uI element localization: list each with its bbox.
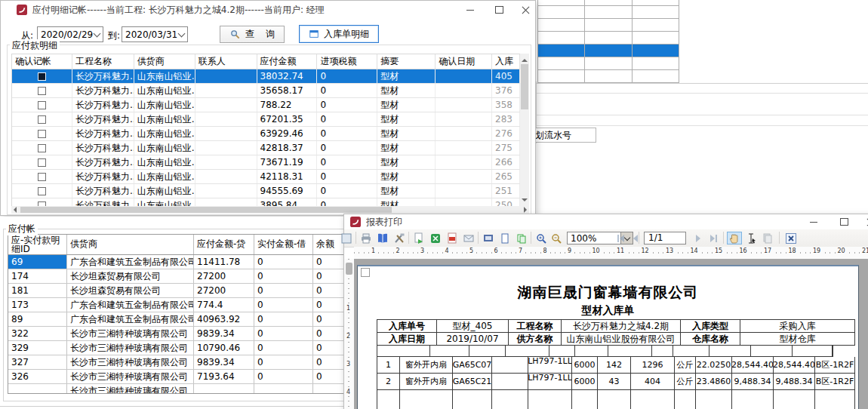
maximize-button[interactable] (833, 215, 854, 229)
last-page-icon[interactable] (706, 232, 719, 244)
minimize-button[interactable] (803, 215, 824, 229)
cell-id (8, 384, 67, 393)
preview-area[interactable]: 湖南巨晟门窗幕墙有限公司 型材入库单 入库单号型材_405 工程名称长沙万科魅力… (354, 259, 868, 409)
payables-row[interactable]: 326 长沙市三湘特种玻璃有限公司 7193.64 0 0 (8, 370, 362, 384)
single-page-icon[interactable] (498, 232, 511, 244)
copy-icon[interactable] (761, 232, 774, 244)
scroll-down-arrow[interactable] (522, 198, 528, 204)
report-column-header (608, 346, 652, 357)
payables-row[interactable]: 327 长沙市三湘特种玻璃有限公司 9839.34 0 0 (8, 355, 362, 370)
close-button[interactable] (516, 3, 537, 17)
cell-project: 长沙万科魅力... (72, 198, 134, 206)
cell-payable: 7193.64 (194, 370, 254, 383)
background-column-header (633, 0, 679, 6)
cell-paid: 0 (254, 370, 313, 383)
payable-detail-row[interactable]: 长沙万科魅力... 山东南山铝业... 3895.84 0 型材 250 (12, 198, 520, 206)
zoom-in-icon[interactable] (534, 232, 547, 244)
zoom-level-value: 100% (568, 233, 620, 244)
cell-summary: 型材 (377, 84, 436, 97)
scroll-up-arrow[interactable] (522, 56, 528, 62)
payable-detail-row[interactable]: 长沙万科魅力... 山东南山铝业... 42818.37 0 型材 275 (12, 141, 520, 155)
confirm-checkbox[interactable] (38, 144, 46, 152)
cell-project: 长沙万科魅力... (72, 141, 134, 155)
pdf-export-icon[interactable] (445, 232, 458, 244)
hand-tool-icon[interactable] (727, 232, 742, 244)
report-print-window: 报表打印 100% (343, 214, 868, 409)
excel-export-icon[interactable] (429, 232, 442, 244)
col-inbound: 入库 (492, 54, 520, 69)
print-icon[interactable] (359, 232, 372, 244)
cell-tax: 0 (317, 69, 377, 83)
payables-row[interactable]: 174 长沙坦森贸易有限公司 27200 0 0 (8, 269, 362, 284)
print-setup-icon[interactable] (482, 232, 494, 244)
maximize-button[interactable] (488, 3, 509, 17)
cell-project: 长沙万科魅力... (72, 112, 134, 126)
scroll-left-arrow[interactable] (11, 207, 17, 213)
app-icon (17, 5, 27, 15)
first-page-icon[interactable] (614, 232, 627, 244)
text-select-icon[interactable] (744, 232, 757, 244)
payable-detail-row[interactable]: 长沙万科魅力... 山东南山铝业... 42118.31 0 型材 265 (12, 170, 520, 184)
payables-row[interactable]: 69 广东合和建筑五金制品有限公司 11411.78 0 0 (8, 255, 362, 269)
vertical-ruler: 12345 (344, 259, 355, 409)
doc-properties-icon[interactable] (340, 232, 352, 244)
payables-row[interactable]: 329 长沙市三湘特种玻璃有限公司 10790.46 0 0 (8, 341, 362, 355)
multi-page-icon[interactable] (515, 232, 528, 244)
payables-row[interactable]: 181 长沙坦森贸易有限公司 27200 0 0 (8, 284, 362, 298)
page-number-input[interactable]: 1/1 (644, 232, 686, 244)
confirm-checkbox[interactable] (38, 187, 46, 195)
report-company-title: 湖南巨晟门窗幕墙有限公司 (358, 283, 858, 303)
payable-detail-row[interactable]: 长沙万科魅力... 山东南山铝业... 35658.17 0 型材 376 (12, 84, 520, 98)
cell-paid: 0 (254, 312, 313, 326)
cell-confirm-date (436, 141, 492, 155)
inbound-detail-button[interactable]: 入库单明细 (299, 25, 379, 43)
background-column-header (538, 0, 585, 6)
cell-supplier: 广东合和建筑五金制品有限公司 (67, 298, 194, 312)
background-column-header (585, 0, 632, 6)
confirm-checkbox[interactable] (38, 87, 46, 95)
to-date-combo[interactable]: 2020/03/31 (122, 26, 188, 42)
scrollbar-thumb[interactable] (521, 64, 528, 109)
payable-detail-row[interactable]: 长沙万科魅力... 山东南山铝业... 73671.19 0 型材 266 (12, 155, 520, 170)
payables-row[interactable]: 长沙市三湘特种玻璃有限公司 (8, 384, 362, 393)
background-table-row (538, 45, 679, 57)
payables-row[interactable]: 173 广东合和建筑五金制品有限公司 774.4 0 0 (8, 298, 362, 312)
report-form-title: 型材入库单 (358, 304, 858, 318)
payables-row[interactable]: 322 长沙市三湘特种玻璃有限公司 9839.34 0 0 (8, 327, 362, 341)
scrollbar-thumb[interactable] (20, 207, 392, 213)
confirm-checkbox[interactable] (38, 173, 46, 181)
confirm-checkbox[interactable] (38, 72, 46, 81)
cell-inbound: 358 (492, 98, 520, 112)
query-button[interactable]: 查 询 (220, 26, 285, 43)
confirm-checkbox[interactable] (38, 115, 46, 124)
mail-icon[interactable] (462, 232, 475, 244)
payable-detail-row[interactable]: 长沙万科魅力... 山东南山铝业... 63929.46 0 型材 276 (12, 127, 520, 141)
minimize-button[interactable] (460, 3, 481, 17)
zoom-out-icon[interactable] (549, 232, 562, 244)
payable-detail-table-body: 长沙万科魅力... 山东南山铝业... 38032.74 0 型材 405 长沙… (11, 69, 520, 206)
payable-detail-row[interactable]: 长沙万科魅力... 山东南山铝业... 67201.35 0 型材 283 (12, 112, 520, 127)
cell-supplier: 广东合和建筑五金制品有限公司 (67, 255, 194, 269)
payable-detail-row[interactable]: 长沙万科魅力... 山东南山铝业... 94555.69 0 型材 251 (12, 184, 520, 198)
payable-detail-row[interactable]: 长沙万科魅力... 山东南山铝业... 38032.74 0 型材 405 (12, 69, 520, 84)
cell-amount: 788.22 (257, 98, 318, 112)
export-icon[interactable] (412, 232, 425, 244)
confirm-checkbox[interactable] (38, 101, 46, 109)
payables-row[interactable]: 89 广东合和建筑五金制品有限公司 40963.92 0 0 (8, 312, 362, 327)
cell-supplier: 山东南山铝业... (134, 198, 195, 206)
payable-detail-row[interactable]: 长沙万科魅力... 山东南山铝业... 788.22 0 型材 358 (12, 98, 520, 112)
prev-page-icon[interactable] (629, 232, 642, 244)
vertical-scrollbar[interactable] (520, 54, 529, 206)
horizontal-scrollbar[interactable] (11, 206, 529, 214)
close-button[interactable] (860, 215, 868, 229)
confirm-checkbox[interactable] (38, 130, 46, 138)
book-icon[interactable] (376, 232, 389, 244)
tools-icon[interactable] (392, 232, 405, 244)
cell-contact (195, 198, 257, 206)
next-page-icon[interactable] (691, 232, 704, 244)
confirm-checkbox[interactable] (38, 158, 46, 167)
close-preview-icon[interactable] (784, 232, 797, 244)
cell-inbound: 376 (492, 84, 520, 97)
scroll-right-arrow[interactable] (524, 207, 530, 213)
win2-bottom-border (0, 406, 346, 407)
